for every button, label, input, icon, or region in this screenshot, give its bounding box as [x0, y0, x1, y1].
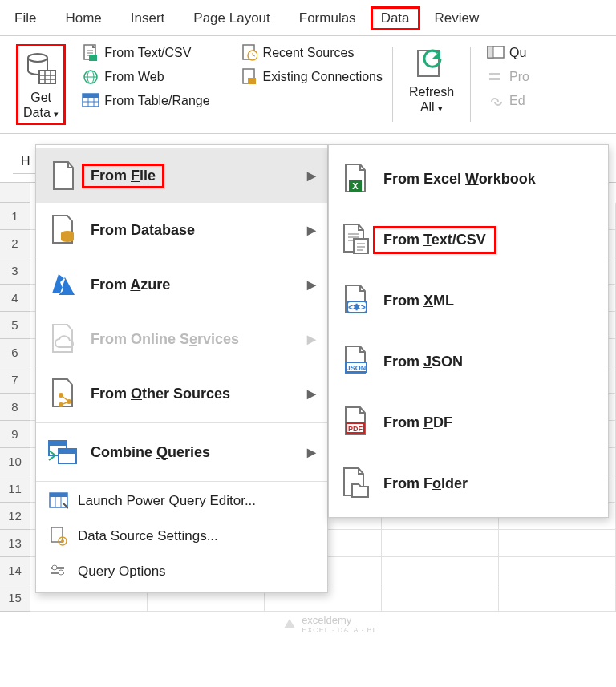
submenu-folder[interactable]: From Folder	[329, 453, 608, 514]
chevron-right-icon: ▶	[307, 224, 316, 236]
row-header[interactable]: 3	[0, 257, 30, 285]
row-header[interactable]: 9	[0, 421, 30, 448]
row-header[interactable]: 14	[0, 557, 30, 584]
svg-rect-10	[89, 55, 97, 61]
clock-file-icon	[241, 44, 258, 62]
svg-rect-25	[418, 51, 439, 76]
svg-text:JSON: JSON	[346, 364, 367, 372]
power-query-icon	[47, 491, 70, 511]
svg-rect-44	[51, 527, 63, 542]
submenu-json[interactable]: JSON From JSON	[329, 331, 608, 392]
refresh-icon	[415, 47, 448, 84]
properties-button[interactable]: Pro	[487, 68, 529, 86]
chevron-right-icon: ▶	[307, 333, 316, 346]
queries-button[interactable]: Qu	[487, 44, 529, 62]
svg-rect-39	[59, 449, 76, 454]
svg-point-0	[28, 54, 47, 62]
excel-file-icon: X	[340, 163, 372, 195]
text-file-icon	[82, 44, 99, 62]
folder-file-icon	[340, 467, 372, 499]
row-header[interactable]: 10	[0, 448, 30, 475]
edit-links-button[interactable]: Ed	[487, 92, 529, 110]
svg-point-50	[59, 570, 63, 575]
tab-review[interactable]: Review	[420, 7, 494, 30]
chevron-right-icon: ▶	[307, 446, 316, 459]
get-data-button[interactable]: Get Data ▾	[16, 44, 66, 125]
row-header[interactable]: 4	[0, 285, 30, 312]
from-web-button[interactable]: From Web	[82, 68, 209, 86]
from-file-submenu: X From Excel Workbook From Text/CSV <✱> …	[328, 144, 609, 518]
get-data-label-1: Get	[30, 90, 51, 105]
cell[interactable]	[382, 530, 499, 557]
data-source-settings-icon	[47, 527, 70, 546]
tab-home[interactable]: Home	[51, 7, 116, 30]
database-file-icon	[47, 214, 79, 246]
other-sources-icon	[47, 378, 79, 410]
edit-links-icon	[487, 92, 505, 110]
combine-queries-icon	[47, 436, 79, 468]
file-icon	[47, 160, 79, 192]
queries-icon	[487, 44, 505, 62]
svg-rect-29	[489, 78, 500, 80]
submenu-xml[interactable]: <✱> From XML	[329, 270, 608, 331]
svg-rect-27	[488, 46, 493, 58]
menu-tabs: File Home Insert Page Layout Formulas Da…	[0, 0, 616, 36]
cell[interactable]	[499, 530, 616, 557]
properties-icon	[487, 68, 505, 86]
row-header[interactable]: 12	[0, 503, 30, 530]
cell[interactable]	[382, 557, 499, 584]
svg-rect-15	[83, 94, 99, 98]
row-header[interactable]: 7	[0, 366, 30, 394]
menu-query-options[interactable]: Query Options	[36, 554, 327, 589]
submenu-excel-workbook[interactable]: X From Excel Workbook	[329, 148, 608, 209]
menu-from-file[interactable]: From File ▶	[36, 148, 327, 203]
recent-sources-button[interactable]: Recent Sources	[241, 44, 383, 62]
from-text-csv-button[interactable]: From Text/CSV	[82, 44, 209, 62]
menu-combine-queries[interactable]: Combine Queries ▶	[36, 425, 327, 479]
refresh-all-button[interactable]: Refresh All ▾	[403, 44, 460, 117]
xml-file-icon: <✱>	[340, 285, 372, 317]
row-header[interactable]: 11	[0, 475, 30, 503]
connection-file-icon	[241, 68, 258, 86]
menu-from-other-sources[interactable]: From Other Sources ▶	[36, 366, 327, 421]
svg-text:PDF: PDF	[348, 425, 363, 433]
tab-insert[interactable]: Insert	[116, 7, 180, 30]
table-icon	[82, 92, 99, 110]
row-header[interactable]: 13	[0, 530, 30, 557]
tab-formulas[interactable]: Formulas	[285, 7, 371, 30]
row-header[interactable]: 1	[0, 203, 30, 230]
from-table-range-button[interactable]: From Table/Range	[82, 92, 209, 110]
row-header[interactable]: 8	[0, 394, 30, 421]
menu-from-online-services: From Online Services ▶	[36, 312, 327, 366]
menu-data-source-settings[interactable]: Data Source Settings...	[36, 519, 327, 554]
menu-launch-power-query[interactable]: Launch Power Query Editor...	[36, 483, 327, 519]
tab-page-layout[interactable]: Page Layout	[179, 7, 284, 30]
svg-text:<✱>: <✱>	[348, 302, 366, 312]
cell[interactable]	[499, 557, 616, 584]
cloud-file-icon	[47, 323, 79, 355]
globe-icon	[82, 68, 99, 86]
cell[interactable]	[499, 584, 616, 612]
json-file-icon: JSON	[340, 346, 372, 378]
submenu-pdf[interactable]: PDF From PDF	[329, 392, 608, 453]
row-header[interactable]: 15	[0, 584, 30, 612]
database-icon	[25, 51, 57, 90]
svg-rect-24	[248, 78, 256, 84]
tab-file[interactable]: File	[0, 7, 51, 30]
existing-connections-button[interactable]: Existing Connections	[241, 68, 383, 86]
svg-point-46	[61, 539, 64, 543]
row-header[interactable]: 2	[0, 230, 30, 257]
menu-from-database[interactable]: From Database ▶	[36, 203, 327, 257]
svg-rect-28	[489, 73, 500, 75]
name-box[interactable]: H	[13, 149, 38, 174]
submenu-text-csv[interactable]: From Text/CSV	[329, 209, 608, 270]
query-options-icon	[47, 562, 70, 581]
tab-data[interactable]: Data	[371, 6, 420, 30]
cell[interactable]	[382, 584, 499, 612]
menu-from-azure[interactable]: From Azure ▶	[36, 257, 327, 312]
svg-rect-1	[39, 71, 55, 83]
svg-rect-56	[354, 239, 368, 253]
row-header[interactable]: 6	[0, 339, 30, 366]
pdf-file-icon: PDF	[340, 406, 372, 438]
row-header[interactable]: 5	[0, 312, 30, 339]
